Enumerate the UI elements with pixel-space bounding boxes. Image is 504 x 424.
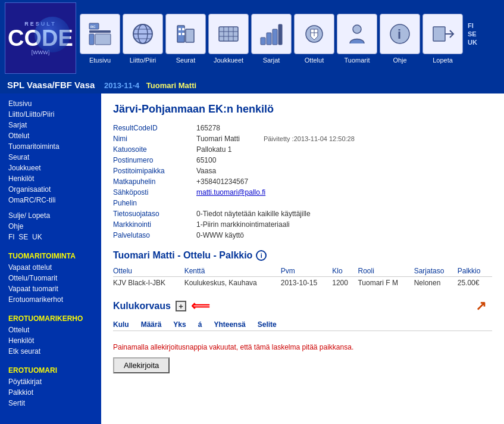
nav-label-sarjat[interactable]: Sarjat	[251, 57, 292, 64]
nav-label-ohje[interactable]: Ohje	[380, 57, 420, 64]
cell-pvm: 2013-10-15	[281, 277, 332, 289]
svg-rect-23	[267, 33, 271, 45]
info-row-nimi: Nimi Tuomari Matti Päivitetty :2013-11-0…	[113, 133, 492, 144]
nav-label-etusivu[interactable]: Etusivu	[80, 57, 120, 64]
sidebar-item-seurat[interactable]: Seurat	[0, 152, 101, 163]
nav-etusivu-icon[interactable]: RC	[80, 14, 120, 54]
nav-tuomarit-icon[interactable]	[337, 14, 377, 54]
sidebar-item-ottelut[interactable]: Ottelut	[0, 130, 101, 141]
sidebar-item-poytakirjat[interactable]: Pöytäkirjat	[0, 376, 101, 387]
sidebar-item-lang[interactable]: FI SE UK	[0, 232, 101, 242]
info-label-id: ResultCodeID	[113, 124, 196, 132]
nav-joukkueet-icon[interactable]	[208, 14, 249, 54]
nav-icons-row: RC	[80, 11, 499, 57]
nav-label-lopeta[interactable]: Lopeta	[422, 57, 463, 64]
svg-rect-1	[89, 30, 111, 33]
lang-uk[interactable]: UK	[468, 39, 477, 46]
kulu-section-title: Kulukorvaus + ⟸ ↗	[113, 298, 492, 314]
email-link[interactable]: matti.tuomari@pallo.fi	[196, 188, 265, 197]
info-value-nimi: Tuomari Matti	[196, 135, 240, 143]
ottelu-section-title: Tuomari Matti - Ottelu - Palkkio i	[113, 250, 492, 261]
kulu-col-a: á	[198, 320, 202, 329]
sidebar-item-organisaatiot[interactable]: Organisaatiot	[0, 184, 101, 195]
nav-labels-row: Etusivu Liitto/Piiri Seurat Joukkueet Sa…	[80, 57, 499, 65]
sidebar-item-etk-seurat[interactable]: Etk seurat	[0, 346, 101, 357]
svg-rect-2	[89, 34, 94, 45]
col-pvm: Pvm	[281, 266, 332, 277]
allekirjoita-button[interactable]: Allekirjoita	[113, 357, 170, 373]
ottelu-table-row: KJV Black-I-JBK Koulukeskus, Kauhava 201…	[113, 277, 492, 289]
sidebar-section-tuomari: TUOMARITOIMINTA	[0, 247, 101, 262]
sidebar-item-joukkueet[interactable]: Joukkueet	[0, 163, 101, 173]
info-value-sahkoposti: matti.tuomari@pallo.fi	[196, 188, 265, 197]
sidebar-item-sarjat[interactable]: Sarjat	[0, 120, 101, 130]
sidebar-item-tuomaritoiminta[interactable]: Tuomaritoiminta	[0, 141, 101, 152]
lang-fi[interactable]: FI	[468, 22, 477, 29]
sidebar: Etusivu Liitto/Liitto/Piiri Sarjat Ottel…	[0, 93, 101, 424]
info-value-postitoimipaikka: Vaasa	[196, 167, 216, 175]
info-label-puhelin: Puhelin	[113, 199, 196, 207]
sidebar-item-etusivu[interactable]: Etusivu	[0, 98, 101, 109]
info-row-tietosuoja: Tietosuojataso 0-Tiedot näytetään kaikil…	[113, 208, 492, 219]
info-value-postinumero: 65100	[196, 156, 216, 164]
nav-ohje-icon[interactable]: i	[380, 14, 420, 54]
sidebar-item-erotuomarikerhot[interactable]: Erotuomarikerhot	[0, 294, 101, 305]
col-ottelu: Ottelu	[113, 266, 184, 277]
info-label-matkapuhelin: Matkapuhelin	[113, 177, 196, 186]
sidebar-item-ottelu-tuomarit[interactable]: Ottelu/Tuomarit	[0, 273, 101, 283]
info-value-tietosuoja: 0-Tiedot näytetään kaikille käyttäjille	[196, 210, 311, 218]
svg-rect-11	[186, 29, 194, 42]
sidebar-item-ohje[interactable]: Ohje	[0, 221, 101, 232]
info-value-katu: Pallokatu 1	[196, 145, 231, 154]
nav-ottelut-icon[interactable]	[294, 14, 334, 54]
ottelu-table: Ottelu Kenttä Pvm Klo Rooli Sarjataso Pa…	[113, 266, 492, 289]
sidebar-item-vapaat-ottelut[interactable]: Vapaat ottelut	[0, 262, 101, 273]
svg-rect-13	[182, 28, 184, 30]
info-updated: Päivitetty :2013-11-04 12:50:28	[264, 135, 355, 142]
main-layout: Etusivu Liitto/Liitto/Piiri Sarjat Ottel…	[0, 93, 504, 424]
lang-se[interactable]: SE	[468, 30, 477, 38]
info-row-id: ResultCodeID 165278	[113, 123, 492, 133]
sidebar-item-henkilot[interactable]: Henkilöt	[0, 173, 101, 184]
sidebar-item-omarc[interactable]: OmaRC/RC-tili	[0, 195, 101, 205]
sidebar-item-liitto[interactable]: Liitto/Liitto/Piiri	[0, 109, 101, 120]
globe-decoration	[35, 17, 70, 52]
info-label-sahkoposti: Sähköposti	[113, 188, 196, 197]
svg-rect-3	[95, 34, 111, 45]
info-label-nimi: Nimi	[113, 135, 196, 143]
content-area: Järvi-Pohjanmaan EK:n henkilö ResultCode…	[101, 93, 504, 424]
svg-rect-14	[179, 33, 181, 35]
svg-rect-32	[433, 27, 445, 41]
nav-label-seurat[interactable]: Seurat	[165, 57, 206, 64]
info-row-matkapuhelin: Matkapuhelin +358401234567	[113, 176, 492, 187]
kulu-col-selite: Selite	[258, 320, 277, 329]
nav-label-joukkueet[interactable]: Joukkueet	[208, 57, 249, 64]
nav-label-liitto[interactable]: Liitto/Piiri	[123, 57, 163, 64]
sidebar-item-etk-henkilot[interactable]: Henkilöt	[0, 335, 101, 346]
cell-ottelu: KJV Black-I-JBK	[113, 277, 184, 289]
page-title: Järvi-Pohjanmaan EK:n henkilö	[113, 103, 492, 116]
kulu-add-button[interactable]: +	[176, 301, 186, 311]
kulu-col-yks: Yks	[173, 320, 186, 329]
sidebar-item-vapaat-tuomarit[interactable]: Vapaat tuomarit	[0, 283, 101, 294]
nav-liitto-icon[interactable]	[123, 14, 163, 54]
kulu-col-yhteensa: Yhteensä	[214, 320, 245, 329]
sidebar-item-etk-ottelut[interactable]: Ottelut	[0, 325, 101, 335]
sidebar-item-sertit[interactable]: Sertit	[0, 398, 101, 409]
nav-label-tuomarit[interactable]: Tuomarit	[337, 57, 377, 64]
nav-seurat-icon[interactable]	[165, 14, 206, 54]
col-palkkio: Palkkio	[458, 266, 492, 277]
info-row-postitoimipaikka: Postitoimipaikka Vaasa	[113, 166, 492, 176]
sidebar-item-sulje[interactable]: Sulje/ Lopeta	[0, 210, 101, 221]
nav-lopeta-icon[interactable]	[422, 14, 463, 54]
header: RESULT CODE [WWW] RC	[0, 0, 504, 76]
info-label-tietosuoja: Tietosuojataso	[113, 210, 196, 218]
nav-sarjat-icon[interactable]	[251, 14, 292, 54]
kulu-col-kulu: Kulu	[113, 320, 129, 329]
info-label-postinumero: Postinumero	[113, 156, 196, 164]
nav-label-ottelut[interactable]: Ottelut	[294, 57, 334, 64]
sidebar-item-palkkiot[interactable]: Palkkiot	[0, 387, 101, 398]
ottelu-info-icon[interactable]: i	[256, 250, 267, 261]
arrow-left-icon: ⟸	[191, 298, 210, 314]
svg-rect-15	[182, 33, 184, 35]
